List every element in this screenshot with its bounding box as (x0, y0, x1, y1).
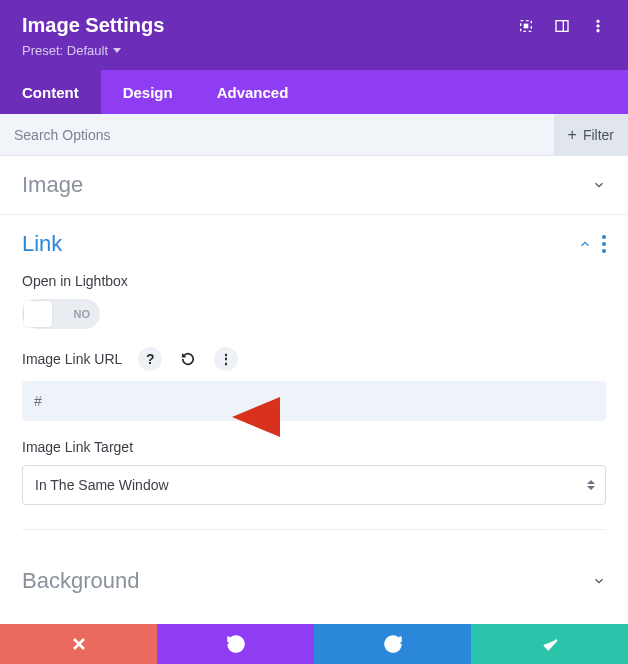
more-icon[interactable] (590, 18, 606, 34)
chevron-up-icon (578, 237, 592, 251)
svg-rect-1 (524, 24, 528, 28)
undo-icon (226, 634, 246, 654)
chevron-down-icon (592, 178, 606, 192)
image-link-target-label: Image Link Target (22, 439, 606, 455)
svg-point-4 (597, 20, 600, 23)
preset-selector[interactable]: Preset: Default (22, 43, 164, 58)
section-more-icon[interactable] (602, 235, 606, 253)
preset-value: Default (67, 43, 108, 58)
check-icon (540, 634, 560, 654)
select-value: In The Same Window (35, 477, 169, 493)
open-in-lightbox-label: Open in Lightbox (22, 273, 606, 289)
image-link-target-select[interactable]: In The Same Window (22, 465, 606, 505)
chevron-down-icon (592, 574, 606, 588)
toggle-knob (24, 301, 52, 327)
image-link-url-input[interactable] (22, 381, 606, 421)
filter-label: Filter (583, 127, 614, 143)
section-title-link: Link (22, 231, 62, 257)
tab-advanced[interactable]: Advanced (195, 70, 311, 114)
plus-icon: + (568, 127, 577, 143)
expand-icon[interactable] (518, 18, 534, 34)
save-button[interactable] (471, 624, 628, 664)
redo-button[interactable] (314, 624, 471, 664)
section-head-admin-label[interactable]: Admin Label (0, 610, 628, 624)
preset-label: Preset: (22, 43, 63, 58)
tab-design[interactable]: Design (101, 70, 195, 114)
tab-content[interactable]: Content (0, 70, 101, 114)
help-icon[interactable]: ? (138, 347, 162, 371)
section-head-image[interactable]: Image (0, 156, 628, 215)
divider (22, 529, 606, 530)
close-icon (69, 634, 89, 654)
search-input[interactable] (14, 127, 554, 143)
section-title-background: Background (22, 568, 139, 594)
undo-button[interactable] (157, 624, 314, 664)
svg-rect-2 (556, 21, 568, 32)
section-title-image: Image (22, 172, 83, 198)
field-more-icon[interactable]: ⋮ (214, 347, 238, 371)
open-in-lightbox-toggle[interactable]: NO (22, 299, 100, 329)
caret-down-icon (113, 48, 121, 53)
svg-point-5 (597, 25, 600, 28)
panel-icon[interactable] (554, 18, 570, 34)
redo-icon (383, 634, 403, 654)
reset-icon[interactable] (176, 347, 200, 371)
filter-button[interactable]: + Filter (554, 114, 628, 156)
page-title: Image Settings (22, 14, 164, 37)
svg-point-6 (597, 29, 600, 32)
section-head-background[interactable]: Background (0, 552, 628, 610)
toggle-no-label: NO (74, 308, 91, 320)
image-link-url-label: Image Link URL (22, 351, 122, 367)
sort-icon (587, 480, 595, 490)
cancel-button[interactable] (0, 624, 157, 664)
section-head-link[interactable]: Link (0, 215, 628, 273)
